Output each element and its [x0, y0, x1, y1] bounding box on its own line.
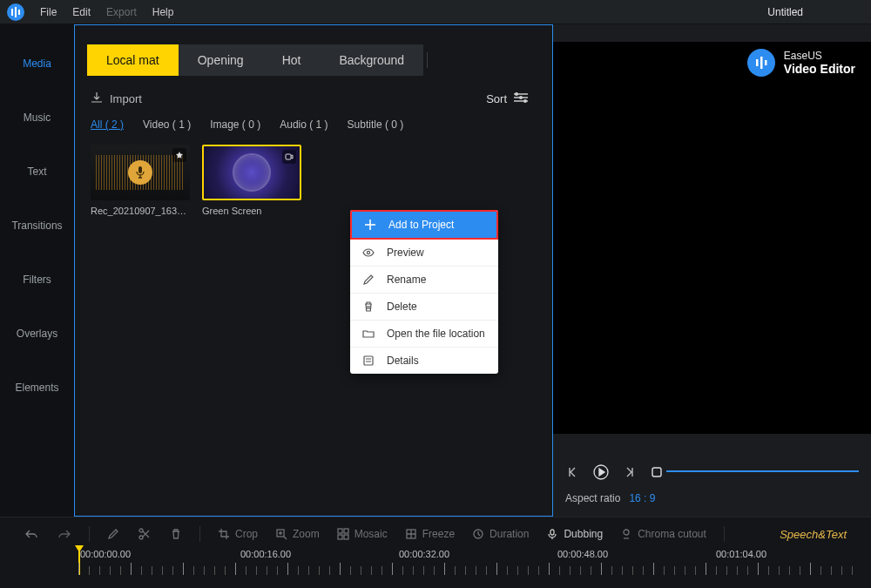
redo-button[interactable]	[57, 528, 71, 540]
menu-export[interactable]: Export	[106, 6, 137, 18]
brand-name-2: Video Editor	[784, 62, 855, 76]
video-badge-icon	[282, 150, 296, 164]
sort-menu[interactable]: Sort	[486, 92, 528, 105]
ctx-preview[interactable]: Preview	[350, 240, 498, 267]
dubbing-button[interactable]: Dubbing	[546, 528, 603, 540]
audio-badge-icon	[172, 148, 186, 162]
trash-icon	[362, 301, 375, 313]
tab-separator	[427, 52, 428, 68]
crop-button[interactable]: Crop	[218, 528, 258, 540]
time-mark-1: 00:00:16.00	[240, 549, 291, 559]
details-icon	[362, 355, 375, 367]
filter-subtitle[interactable]: Subtitle ( 0 )	[348, 118, 404, 131]
svg-rect-9	[138, 166, 142, 173]
sidebar-item-overlays[interactable]: Overlays	[17, 328, 57, 340]
svg-point-6	[516, 93, 518, 96]
import-icon	[91, 91, 103, 106]
filter-video[interactable]: Video ( 1 )	[143, 118, 191, 131]
ctx-delete-label: Delete	[387, 301, 417, 313]
filter-all[interactable]: All ( 2 )	[91, 118, 124, 131]
timeline-ruler[interactable]: 00:00:00.00 00:00:16.00 00:00:32.00 00:0…	[0, 549, 871, 575]
filter-audio[interactable]: Audio ( 1 )	[280, 118, 327, 131]
svg-rect-0	[11, 9, 13, 16]
svg-point-13	[367, 251, 369, 253]
plus-icon	[364, 219, 376, 231]
preview-canvas	[553, 42, 871, 434]
media-item-audio-label: Rec_20210907_1635...	[91, 206, 190, 216]
context-menu: Add to Project Preview Rename Delete Ope…	[350, 210, 498, 374]
sidebar: Media Music Text Transitions Filters Ove…	[0, 24, 74, 517]
svg-point-22	[139, 529, 143, 532]
mosaic-button[interactable]: Mosaic	[337, 528, 388, 540]
svg-rect-28	[344, 535, 348, 539]
duration-button[interactable]: Duration	[472, 528, 529, 540]
sidebar-item-transitions[interactable]: Transitions	[11, 220, 62, 232]
import-button[interactable]: Import	[91, 91, 142, 106]
media-thumbnails: Rec_20210907_1635... Green Screen	[75, 145, 552, 216]
ctx-details-label: Details	[387, 355, 419, 367]
ctx-preview-label: Preview	[387, 247, 424, 259]
media-tabs: Local mat Opening Hot Background	[75, 25, 552, 76]
trash-button[interactable]	[170, 528, 182, 540]
media-panel: Local mat Opening Hot Background Import …	[74, 24, 553, 517]
media-filter-row: All ( 2 ) Video ( 1 ) Image ( 0 ) Audio …	[75, 115, 552, 145]
svg-rect-1	[15, 7, 17, 17]
ctx-details[interactable]: Details	[350, 348, 498, 374]
main-area: Media Music Text Transitions Filters Ove…	[0, 24, 871, 517]
sidebar-item-elements[interactable]: Elements	[15, 382, 58, 394]
next-frame-button[interactable]	[621, 464, 637, 480]
ctx-open-location[interactable]: Open the file location	[350, 321, 498, 348]
filter-image[interactable]: Image ( 0 )	[210, 118, 260, 131]
svg-rect-2	[18, 10, 20, 15]
svg-rect-31	[550, 530, 554, 535]
svg-rect-10	[286, 154, 291, 159]
media-item-video[interactable]: Green Screen	[202, 145, 301, 216]
ctx-rename[interactable]: Rename	[350, 267, 498, 294]
speech-text-button[interactable]: Speech&Text	[780, 528, 847, 541]
tab-hot[interactable]: Hot	[263, 44, 321, 76]
ctx-add-to-project[interactable]: Add to Project	[350, 210, 498, 240]
ctx-delete[interactable]: Delete	[350, 294, 498, 321]
preview-panel: EaseUS Video Editor Aspect ratio 16 : 9	[553, 24, 871, 517]
edit-button[interactable]	[107, 528, 119, 540]
sort-icon	[514, 92, 528, 105]
chroma-button[interactable]: Chroma cutout	[620, 528, 706, 540]
brand-badge: EaseUS Video Editor	[747, 49, 855, 77]
window-title: Untitled	[767, 6, 803, 18]
menu-edit[interactable]: Edit	[72, 6, 91, 18]
playback-progress[interactable]	[666, 470, 859, 472]
tab-opening[interactable]: Opening	[179, 44, 263, 76]
ctx-open-location-label: Open the file location	[387, 328, 485, 340]
playback-controls	[565, 464, 665, 480]
svg-rect-14	[364, 356, 373, 365]
freeze-button[interactable]: Freeze	[405, 528, 455, 540]
toolbar-sep	[89, 526, 90, 542]
time-mark-2: 00:00:32.00	[399, 549, 449, 559]
split-button[interactable]	[138, 528, 151, 540]
play-button[interactable]	[593, 464, 609, 480]
menu-file[interactable]: File	[40, 6, 57, 18]
aspect-label: Aspect ratio	[565, 492, 620, 504]
sidebar-item-music[interactable]: Music	[24, 112, 51, 124]
tab-local-mat[interactable]: Local mat	[87, 44, 179, 76]
time-mark-3: 00:00:48.00	[557, 549, 608, 559]
svg-rect-17	[756, 59, 759, 66]
svg-rect-26	[344, 529, 348, 533]
svg-rect-18	[760, 57, 763, 69]
folder-icon	[362, 328, 375, 340]
svg-rect-19	[765, 60, 767, 65]
media-item-audio[interactable]: Rec_20210907_1635...	[91, 145, 190, 216]
sidebar-item-text[interactable]: Text	[27, 166, 46, 178]
menu-help[interactable]: Help	[152, 6, 174, 18]
tab-background[interactable]: Background	[320, 44, 423, 76]
stop-button[interactable]	[649, 464, 665, 480]
prev-frame-button[interactable]	[565, 464, 581, 480]
svg-point-8	[524, 100, 527, 103]
sidebar-item-media[interactable]: Media	[23, 57, 51, 70]
undo-button[interactable]	[24, 528, 38, 540]
zoom-button[interactable]: Zoom	[275, 528, 320, 540]
time-mark-4: 00:01:04.00	[716, 549, 766, 559]
toolbar-sep	[199, 526, 200, 542]
sidebar-item-filters[interactable]: Filters	[23, 274, 51, 286]
aspect-value[interactable]: 16 : 9	[629, 492, 655, 504]
